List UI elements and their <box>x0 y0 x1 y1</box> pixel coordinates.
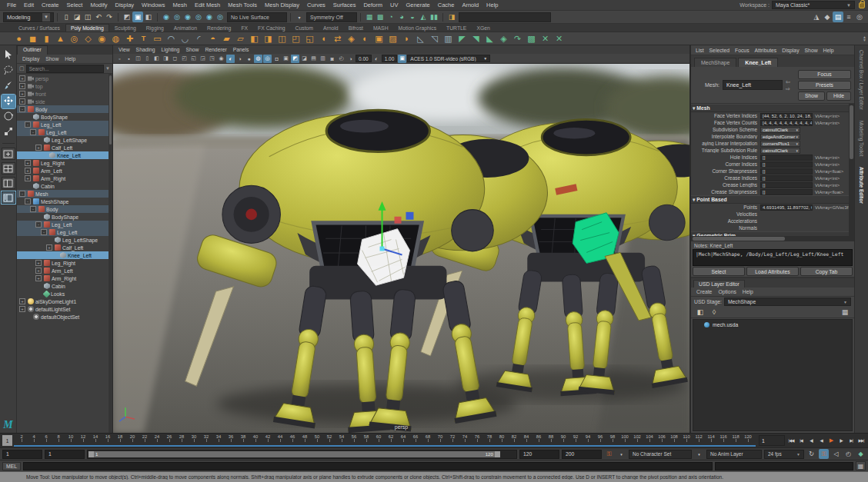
snap-view-plane-icon[interactable]: ◉ <box>204 12 215 22</box>
hypershade-icon[interactable]: ◒ <box>407 12 418 22</box>
rotate-tool[interactable] <box>2 110 15 124</box>
menu-item[interactable]: UV <box>386 2 402 8</box>
curve-warp-icon[interactable]: ↷ <box>511 33 524 45</box>
outliner-node[interactable]: + Arm_Left <box>17 267 112 274</box>
expand-toggle-icon[interactable]: + <box>19 98 25 105</box>
attribute-value-field[interactable]: [] <box>760 175 813 181</box>
range-start-handle[interactable] <box>88 451 94 457</box>
poly-cylinder-icon[interactable]: ▮ <box>40 33 53 45</box>
time-tick[interactable]: 92 <box>569 434 582 439</box>
menu-item[interactable]: Deform <box>359 2 386 8</box>
time-tick[interactable]: 22 <box>139 434 151 439</box>
viewport-toolbar-icon[interactable]: ◉ <box>217 55 225 63</box>
expand-toggle-icon[interactable] <box>25 183 31 189</box>
single-pane-layout-button[interactable] <box>2 148 15 160</box>
viewport-toolbar-icon[interactable]: ◳ <box>208 55 216 63</box>
attribute-value-field[interactable]: catmullClark <box>760 127 800 133</box>
outliner-node[interactable]: - MeshShape <box>17 198 112 205</box>
ae-node-tab[interactable]: MechShape <box>694 58 736 67</box>
expand-toggle-icon[interactable]: - <box>25 198 31 204</box>
quick-selection-icon[interactable]: ◨ <box>446 12 457 22</box>
time-tick[interactable]: 44 <box>274 434 286 439</box>
time-tick[interactable]: 94 <box>582 434 594 439</box>
node-name-field[interactable]: Knee_Left <box>723 80 783 90</box>
range-end-handle[interactable] <box>495 451 500 457</box>
set-key-icon[interactable]: ⚿ <box>604 449 614 459</box>
ae-bottom-button[interactable]: Select <box>693 267 745 276</box>
viewport-toolbar-icon[interactable]: ◲ <box>199 55 207 63</box>
expand-toggle-icon[interactable] <box>41 152 47 158</box>
move-tool[interactable] <box>2 95 15 108</box>
menu-set-select[interactable]: Modeling▼ <box>3 12 54 22</box>
snap-curve-icon[interactable]: ◎ <box>172 12 182 22</box>
ae-bottom-button[interactable]: Copy Tab <box>800 267 853 276</box>
time-tick[interactable]: 20 <box>126 434 139 439</box>
paint-reduce-icon[interactable]: ◥ <box>469 33 482 45</box>
time-tick[interactable]: 52 <box>323 434 336 439</box>
shelf-tab[interactable]: MASH <box>369 25 393 32</box>
expand-toggle-icon[interactable] <box>25 114 31 120</box>
save-stage-icon[interactable]: ◊ <box>709 307 719 317</box>
next-node-icon[interactable]: ⇨ <box>786 86 790 91</box>
menu-item[interactable]: Curves <box>303 2 329 8</box>
time-tick[interactable]: 62 <box>385 434 397 439</box>
time-tick[interactable]: 120 <box>742 434 754 439</box>
outliner-node[interactable]: - Leg_Left <box>17 121 112 128</box>
range-slider-fill[interactable]: 1 120 <box>88 451 500 457</box>
shelf-tab[interactable]: TURTLE <box>442 25 471 32</box>
four-pane-layout-button[interactable] <box>2 162 15 175</box>
viewport-toolbar-icon[interactable]: ▫ <box>115 55 124 63</box>
current-time-field[interactable]: 1 <box>759 435 785 446</box>
script-editor-icon[interactable]: ▦ <box>856 461 866 470</box>
free-image-plane-icon[interactable]: ◜ <box>192 33 205 45</box>
shelf-tab[interactable]: Arnold <box>319 25 343 32</box>
outliner-node[interactable]: + Arm_Right <box>17 274 112 282</box>
viewport-toolbar-icon[interactable]: ▤ <box>309 55 318 63</box>
time-tick[interactable]: 16 <box>102 434 114 439</box>
chamfer-icon[interactable]: ◐ <box>359 33 372 45</box>
construction-plane-icon[interactable]: ◡ <box>179 33 192 45</box>
outliner-node[interactable]: + persp <box>17 75 112 82</box>
super-shape-icon[interactable]: ✚ <box>123 33 136 45</box>
quad-draw-icon[interactable]: ◺ <box>414 33 427 45</box>
character-set-select[interactable]: No Character Set <box>629 450 692 459</box>
outliner-node[interactable]: - Leg_Left <box>17 228 112 236</box>
attribute-value-field[interactable]: [] <box>760 182 813 188</box>
character-controls-icon[interactable]: ◆ <box>822 12 833 22</box>
outliner-node[interactable]: + Calf_Left <box>17 244 112 251</box>
outliner-node[interactable]: + Arm_Right <box>17 175 112 182</box>
gamma-icon[interactable]: ◐ <box>372 55 381 63</box>
shelf-tab[interactable]: Motion Graphics <box>394 25 442 32</box>
time-tick[interactable]: 18 <box>114 434 126 439</box>
select-object-icon[interactable]: ▣ <box>132 12 143 22</box>
time-tick[interactable]: 106 <box>656 434 668 439</box>
expand-toggle-icon[interactable]: + <box>19 75 25 81</box>
ipr-render-icon[interactable]: ◔ <box>386 12 396 22</box>
attribute-value-field[interactable]: cornersPlus1 <box>760 141 800 147</box>
viewport-toolbar-icon[interactable]: ◱ <box>189 55 198 63</box>
time-tick[interactable]: 32 <box>200 434 212 439</box>
usd-layer-editor-tab[interactable]: USD Layer Editor <box>693 280 745 288</box>
playback-end-field[interactable]: 120 <box>519 450 559 459</box>
poly-disc-icon[interactable]: ◉ <box>95 33 108 45</box>
time-tick[interactable]: 72 <box>446 434 459 439</box>
ae-menu-item[interactable]: List <box>693 48 706 53</box>
viewport-menu-item[interactable]: Shading <box>134 47 158 52</box>
expand-toggle-icon[interactable]: + <box>35 268 42 274</box>
menu-item[interactable]: Generate <box>402 2 433 8</box>
outliner-node[interactable]: BodyShape <box>17 113 112 121</box>
ae-menu-item[interactable]: Selected <box>707 48 732 53</box>
average-vertices-icon[interactable]: ▨ <box>386 33 399 45</box>
attribute-editor-toggle-icon[interactable]: ≡ <box>843 12 854 22</box>
ae-menu-item[interactable]: Display <box>780 48 801 53</box>
time-tick[interactable]: 30 <box>188 434 200 439</box>
outliner-node[interactable]: + Leg_Right <box>17 259 112 267</box>
smooth-icon[interactable]: ◖ <box>317 33 330 45</box>
outliner-node[interactable]: Looks <box>17 290 112 298</box>
expand-toggle-icon[interactable]: - <box>41 229 47 235</box>
step-back-frame-button[interactable]: ◀| <box>806 436 816 446</box>
outliner-node[interactable]: + Arm_Left <box>17 167 112 175</box>
render-settings-icon[interactable]: ◕ <box>396 12 407 22</box>
ae-menu-item[interactable]: Focus <box>733 48 752 53</box>
step-forward-frame-button[interactable]: |▶ <box>836 436 846 446</box>
